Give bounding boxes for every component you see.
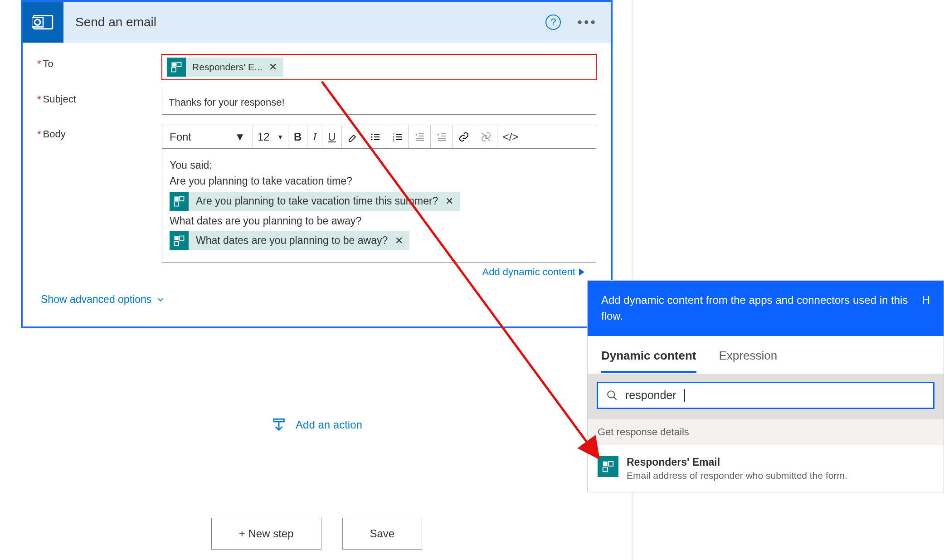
to-field[interactable]: Responders' E... ✕: [162, 54, 596, 80]
dc-search-wrap: responder: [588, 374, 944, 419]
svg-rect-33: [274, 419, 284, 422]
number-list-button[interactable]: 123: [386, 125, 409, 148]
row-subject: *Subject Thanks for your response!: [37, 90, 596, 115]
svg-rect-3: [172, 63, 176, 67]
chevron-down-icon: [156, 295, 165, 304]
label-to: *To: [37, 54, 162, 70]
svg-point-6: [371, 133, 372, 135]
svg-rect-28: [180, 196, 184, 200]
svg-rect-31: [180, 236, 184, 240]
card-body: *To Responders' E... ✕ *Subject Thanks f…: [23, 43, 611, 326]
hide-link[interactable]: H: [922, 292, 930, 324]
to-token[interactable]: Responders' E... ✕: [167, 58, 283, 77]
card-header[interactable]: Send an email ? •••: [23, 2, 611, 43]
svg-rect-37: [603, 461, 608, 466]
search-icon: [606, 390, 618, 401]
forms-icon: [598, 456, 618, 477]
svg-rect-5: [172, 68, 176, 72]
footer-buttons: + New step Save: [21, 518, 613, 550]
underline-button[interactable]: U: [322, 125, 341, 148]
bullet-list-button[interactable]: [364, 125, 386, 148]
svg-rect-32: [175, 241, 179, 245]
font-size-picker[interactable]: 12▼: [253, 125, 288, 148]
svg-text:1: 1: [393, 132, 394, 136]
svg-rect-29: [175, 202, 179, 206]
dc-search-input[interactable]: responder: [597, 382, 934, 409]
row-body: *Body Font▼ 12▼ B I U 123: [37, 125, 596, 278]
tab-expression[interactable]: Expression: [719, 349, 778, 373]
help-icon[interactable]: ?: [545, 15, 561, 30]
add-action-icon: [271, 417, 287, 433]
editor-canvas: Send an email ? ••• *To Responders' E...…: [0, 0, 633, 560]
dc-group-header: Get response details: [588, 419, 944, 445]
dc-tabs: Dynamic content Expression: [588, 336, 944, 373]
unlink-button[interactable]: [475, 125, 497, 148]
card-title: Send an email: [63, 15, 545, 29]
forms-icon: [170, 231, 189, 250]
svg-rect-38: [608, 461, 613, 466]
text-cursor: [684, 389, 685, 402]
indent-button[interactable]: [431, 125, 453, 148]
svg-point-8: [371, 139, 372, 140]
more-icon[interactable]: •••: [577, 15, 597, 30]
rich-text-toolbar: Font▼ 12▼ B I U 123 </>: [162, 125, 596, 149]
body-editor: Font▼ 12▼ B I U 123 </>: [162, 125, 596, 263]
link-button[interactable]: [453, 125, 475, 148]
svg-text:2: 2: [393, 136, 394, 139]
close-icon[interactable]: ✕: [395, 234, 409, 248]
forms-icon: [170, 192, 189, 211]
svg-rect-27: [175, 196, 179, 200]
body-token-1[interactable]: Are you planning to take vacation time t…: [170, 192, 460, 211]
body-token-2[interactable]: What dates are you planning to be away? …: [170, 231, 409, 250]
font-picker[interactable]: Font▼: [162, 125, 253, 148]
italic-button[interactable]: I: [307, 125, 322, 148]
add-dynamic-link[interactable]: Add dynamic content: [162, 263, 596, 278]
dc-item-responders-email[interactable]: Responders' Email Email address of respo…: [588, 445, 944, 492]
svg-rect-30: [175, 236, 179, 240]
bold-button[interactable]: B: [288, 125, 307, 148]
save-button[interactable]: Save: [342, 518, 423, 550]
close-icon[interactable]: ✕: [445, 194, 460, 209]
row-to: *To Responders' E... ✕: [37, 54, 596, 80]
show-advanced-link[interactable]: Show advanced options: [37, 278, 596, 318]
dc-banner: Add dynamic content from the apps and co…: [588, 281, 944, 336]
svg-point-7: [371, 136, 372, 137]
svg-rect-4: [177, 63, 181, 67]
action-card: Send an email ? ••• *To Responders' E...…: [21, 0, 613, 328]
code-view-button[interactable]: </>: [497, 125, 524, 148]
new-step-button[interactable]: + New step: [211, 518, 321, 550]
svg-rect-39: [603, 467, 608, 472]
subject-input[interactable]: Thanks for your response!: [162, 90, 596, 115]
label-subject: *Subject: [37, 90, 162, 105]
highlight-button[interactable]: [342, 125, 364, 148]
label-body: *Body: [37, 125, 162, 140]
tab-dynamic-content[interactable]: Dynamic content: [601, 349, 696, 373]
svg-line-36: [613, 397, 617, 400]
svg-text:3: 3: [393, 139, 394, 142]
chevron-right-icon: [579, 268, 584, 276]
body-content[interactable]: You said: Are you planning to take vacat…: [162, 149, 596, 262]
close-icon[interactable]: ✕: [269, 61, 277, 73]
dynamic-content-panel: Add dynamic content from the apps and co…: [587, 280, 944, 492]
outlook-icon: [23, 2, 63, 43]
outdent-button[interactable]: [409, 125, 431, 148]
svg-point-35: [608, 391, 614, 398]
forms-icon: [167, 58, 186, 77]
add-action-button[interactable]: Add an action: [21, 417, 613, 433]
